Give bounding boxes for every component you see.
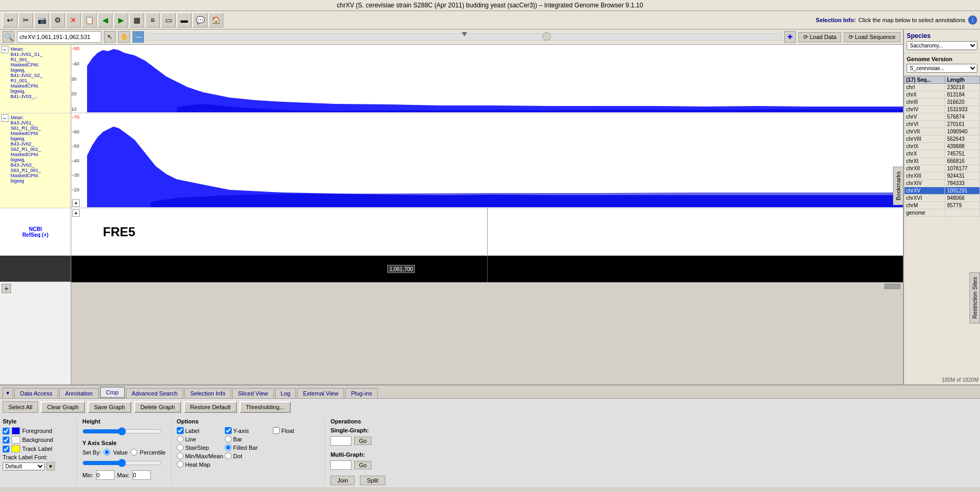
delete-graph-btn[interactable]: Delete Graph xyxy=(134,401,181,413)
grid-btn[interactable]: ▦ xyxy=(129,13,144,27)
add-track-btn[interactable]: + xyxy=(0,282,71,295)
single-graph-go[interactable]: Go xyxy=(354,437,372,445)
seq-table-row[interactable]: chrVII1090940 xyxy=(905,128,980,136)
zoom-slider[interactable] xyxy=(147,33,782,41)
minus-icon[interactable]: — xyxy=(132,31,144,43)
background-checkbox[interactable] xyxy=(3,437,9,443)
zoom-out-icon[interactable]: 🔍 xyxy=(3,31,14,43)
load-data-btn[interactable]: ⟳ Load Data xyxy=(798,32,841,42)
wide-btn[interactable]: ▭ xyxy=(161,13,176,27)
yaxis-checkbox[interactable] xyxy=(225,427,232,434)
seq-table-row[interactable]: chrVIII562643 xyxy=(905,136,980,143)
tab-crop[interactable]: Crop xyxy=(100,387,125,398)
heatmap-radio[interactable] xyxy=(177,461,184,468)
seq-table-row[interactable]: chrXVI948066 xyxy=(905,195,980,202)
camera-btn[interactable]: 📷 xyxy=(34,13,49,27)
species-select[interactable]: Saccharomy... xyxy=(907,41,977,50)
pointer-icon[interactable]: ↖ xyxy=(104,31,116,43)
select-all-btn[interactable]: Select All xyxy=(3,401,38,413)
seq-table-row[interactable]: chrI230218 xyxy=(905,84,980,91)
load-sequence-btn[interactable]: ⟳ Load Sequence xyxy=(844,32,900,42)
line-radio[interactable] xyxy=(177,436,184,442)
multi-graph-input[interactable] xyxy=(330,460,351,470)
save-graph-btn[interactable]: Save Graph xyxy=(88,401,131,413)
restore-default-btn[interactable]: Restore Default xyxy=(184,401,236,413)
min-input[interactable] xyxy=(96,470,115,480)
tab-annotation[interactable]: Annotation xyxy=(59,388,99,398)
genome-version-select[interactable]: S_cerevisiae... xyxy=(907,64,977,73)
zoom-thumb[interactable] xyxy=(543,32,551,41)
tab-selection-info[interactable]: Selection Info xyxy=(184,388,231,398)
track2-expand[interactable]: + xyxy=(72,199,80,207)
seq-table-row[interactable]: chrXIV784333 xyxy=(905,180,980,187)
tab-advanced-search[interactable]: Advanced Search xyxy=(126,388,184,398)
seq-table-row[interactable]: chrIX439888 xyxy=(905,143,980,150)
scroll-thumb[interactable] xyxy=(884,284,900,289)
back-btn[interactable]: ↩ xyxy=(3,13,17,27)
seq-table-row[interactable]: chrXII1078177 xyxy=(905,165,980,172)
seq-table-row[interactable]: chrXIII924431 xyxy=(905,172,980,180)
add-track-icon[interactable]: ✚ xyxy=(784,31,796,43)
seq-table-row[interactable]: chrXV1091291 xyxy=(905,187,980,195)
plus-icon[interactable]: + xyxy=(2,284,11,293)
narrow-btn[interactable]: ▬ xyxy=(177,13,192,27)
seq-table-row[interactable]: chrII813184 xyxy=(905,91,980,99)
next-btn[interactable]: ▶ xyxy=(113,13,128,27)
location-input[interactable] xyxy=(17,31,101,43)
tab-dropdown[interactable]: ▾ xyxy=(3,388,13,398)
track1-minus[interactable]: − xyxy=(1,46,8,53)
track-label-swatch[interactable] xyxy=(12,445,20,452)
filledbar-radio[interactable] xyxy=(225,444,232,451)
foreground-swatch[interactable] xyxy=(12,427,20,435)
home-btn[interactable]: 🏠 xyxy=(208,13,223,27)
seq-table-row[interactable]: chrXI666816 xyxy=(905,158,980,165)
seq-table-row[interactable]: genome xyxy=(905,209,980,217)
font-size-down[interactable]: ▼ xyxy=(46,462,55,470)
dot-radio[interactable] xyxy=(225,452,232,459)
track-label-checkbox[interactable] xyxy=(3,446,9,452)
seq-table-row[interactable]: chrIII316620 xyxy=(905,99,980,106)
seq-table-row[interactable]: chrIV1531933 xyxy=(905,106,980,113)
info-icon-btn[interactable]: i xyxy=(968,15,977,25)
tab-external-view[interactable]: External View xyxy=(297,388,344,398)
close-btn[interactable]: ✕ xyxy=(66,13,81,27)
hand-icon[interactable]: ✋ xyxy=(118,31,130,43)
split-btn[interactable]: Split xyxy=(360,476,385,485)
percentile-radio[interactable] xyxy=(130,449,137,456)
tab-sliced-view[interactable]: Sliced View xyxy=(232,388,274,398)
tab-log[interactable]: Log xyxy=(275,388,296,398)
minmaxmean-radio[interactable] xyxy=(177,452,184,459)
value-radio[interactable] xyxy=(103,449,110,456)
float-checkbox[interactable] xyxy=(273,427,280,434)
thresholding-btn[interactable]: Thresholding... xyxy=(240,401,291,413)
seq-table-row[interactable]: chrX745751 xyxy=(905,150,980,158)
single-graph-input[interactable] xyxy=(330,436,351,446)
max-input[interactable] xyxy=(132,470,151,480)
stairstep-radio[interactable] xyxy=(177,444,184,451)
seq-table-row[interactable]: chrV576874 xyxy=(905,113,980,121)
height-slider[interactable] xyxy=(82,427,161,436)
track2-minus[interactable]: − xyxy=(1,114,8,122)
comment-btn[interactable]: 💬 xyxy=(193,13,207,27)
multi-graph-go[interactable]: Go xyxy=(354,461,372,469)
seq-table-row[interactable]: chrVI270161 xyxy=(905,121,980,128)
tab-data-access[interactable]: Data Access xyxy=(14,388,58,398)
scissors-btn[interactable]: ✂ xyxy=(18,13,33,27)
bar-radio[interactable] xyxy=(225,436,232,442)
clear-graph-btn[interactable]: Clear Graph xyxy=(41,401,85,413)
axis-scale-slider[interactable] xyxy=(82,459,161,467)
clipboard-btn[interactable]: 📋 xyxy=(82,13,97,27)
gene-track-expand[interactable]: + xyxy=(72,209,80,217)
restriction-sites-tab[interactable]: Restriction Sites xyxy=(969,272,980,323)
join-btn[interactable]: Join xyxy=(330,476,355,485)
prev-btn[interactable]: ◀ xyxy=(98,13,112,27)
background-swatch[interactable] xyxy=(12,436,20,443)
tab-plug-ins[interactable]: Plug-ins xyxy=(345,388,378,398)
seq-table-row[interactable]: chrM85779 xyxy=(905,202,980,209)
bottom-scroll[interactable] xyxy=(71,282,903,290)
settings-btn[interactable]: ⚙ xyxy=(50,13,65,27)
label-checkbox[interactable] xyxy=(177,427,184,434)
list-btn[interactable]: ≡ xyxy=(145,13,160,27)
foreground-checkbox[interactable] xyxy=(3,428,9,435)
font-select[interactable]: Default xyxy=(3,462,45,470)
